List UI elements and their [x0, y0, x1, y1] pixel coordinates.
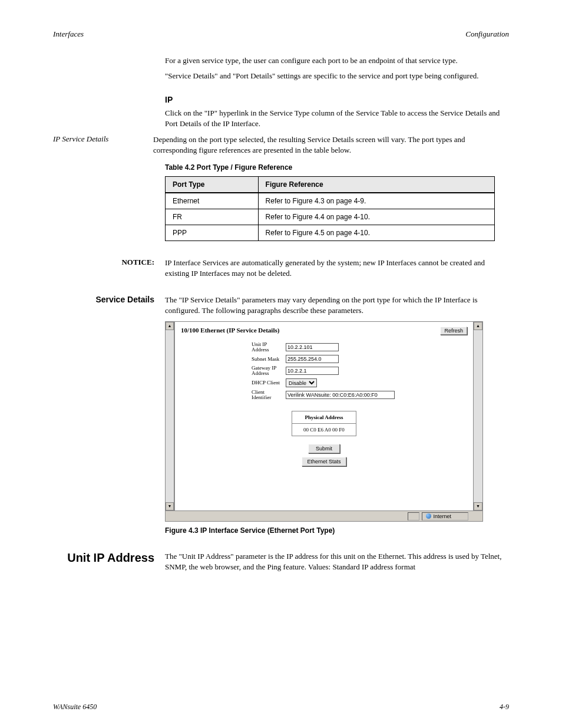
scrollbar-left[interactable]	[166, 322, 175, 510]
table-row: Ethernet Refer to Figure 4.3 on page 4-9…	[166, 193, 495, 209]
gateway-input[interactable]	[286, 367, 339, 375]
subnet-label: Subnet Mask	[252, 357, 281, 362]
client-id-input[interactable]	[286, 391, 395, 399]
service-details-label: Service Details	[53, 295, 154, 304]
gateway-label: Gateway IP Address	[252, 365, 281, 376]
physical-address-box: Physical Address 00 C0 E6 A0 00 F0	[292, 411, 356, 436]
intro-p1: For a given service type, the user can c…	[165, 55, 509, 66]
table-row: PPP Refer to Figure 4.5 on page 4-10.	[166, 225, 495, 241]
subnet-input[interactable]	[286, 355, 339, 363]
figure-caption: Figure 4.3 IP Interface Service (Etherne…	[165, 526, 509, 535]
submit-button[interactable]: Submit	[308, 444, 340, 453]
port-type-table: Port Type Figure Reference Ethernet Refe…	[165, 176, 495, 241]
screenshot-title: 10/100 Ethernet (IP Service Details)	[181, 327, 279, 334]
footer-right: 4-9	[500, 703, 509, 711]
scrollbar-right[interactable]	[473, 322, 482, 510]
ip-heading: IP	[165, 95, 509, 104]
table-caption: Table 4.2 Port Type / Figure Reference	[165, 163, 509, 172]
unit-ip-heading: Unit IP Address	[53, 551, 154, 565]
globe-icon	[426, 513, 431, 519]
ethernet-stats-button[interactable]: Ethernet Stats	[302, 457, 346, 466]
ip-text: Click on the "IP" hyperlink in the Servi…	[165, 108, 509, 129]
physical-address-header: Physical Address	[292, 411, 356, 424]
th-fig-ref: Figure Reference	[258, 177, 494, 193]
notice-text: IP Interface Services are automatically …	[165, 258, 509, 278]
unit-ip-label: Unit IP Address	[252, 342, 281, 353]
dhcp-label: DHCP Client	[252, 380, 281, 386]
client-id-label: Client Identifier	[252, 390, 281, 400]
intro-block: For a given service type, the user can c…	[165, 55, 509, 81]
footer-left: WANsuite 6450	[53, 703, 97, 711]
th-port-type: Port Type	[166, 177, 259, 193]
status-zone: Internet	[433, 513, 451, 520]
table-row: FR Refer to Figure 4.4 on page 4-10.	[166, 209, 495, 225]
refresh-button[interactable]: Refresh	[440, 327, 467, 335]
dhcp-select[interactable]: Disable	[286, 378, 317, 387]
unit-ip-input[interactable]	[286, 343, 339, 351]
service-details-text: The "IP Service Details" parameters may …	[165, 295, 509, 315]
header-right: Configuration	[465, 29, 509, 39]
status-bar: Internet	[166, 510, 482, 521]
header-left: Interfaces	[53, 29, 84, 39]
screenshot-window: 10/100 Ethernet (IP Service Details) Ref…	[165, 321, 483, 522]
ip-service-details-label: IP Service Details	[53, 134, 153, 160]
physical-address-value: 00 C0 E6 A0 00 F0	[292, 424, 356, 436]
intro-p2: "Service Details" and "Port Details" set…	[165, 71, 509, 81]
unit-ip-text: The "Unit IP Address" parameter is the I…	[165, 551, 509, 572]
ip-service-details-text: Depending on the port type selected, the…	[153, 134, 509, 155]
notice-label: NOTICE:	[53, 258, 154, 267]
